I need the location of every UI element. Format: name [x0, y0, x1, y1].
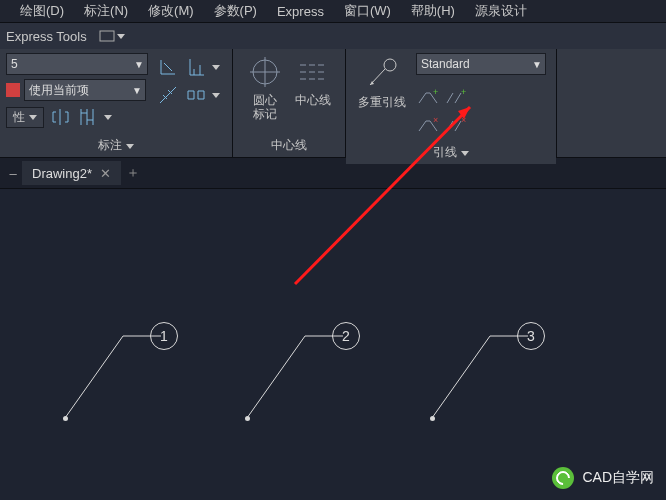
menu-help[interactable]: 帮助(H) [411, 2, 455, 20]
dim-linear-caret[interactable] [212, 65, 220, 70]
svg-rect-0 [100, 31, 114, 41]
annotation-arrow [290, 99, 480, 289]
svg-text:+: + [461, 87, 466, 97]
panel-dimension: ▼ ▼ 性 [0, 49, 233, 157]
leader-2-bubble: 2 [332, 322, 360, 350]
dim-chain-icon[interactable] [184, 83, 208, 107]
leader-1-dot [63, 416, 68, 421]
leader-1-bubble: 1 [150, 322, 178, 350]
leader-1-line [63, 326, 163, 421]
tab-strip: Express Tools [0, 23, 666, 49]
dim-align-caret[interactable] [212, 93, 220, 98]
layer-dropdown[interactable]: ▼ [24, 79, 146, 101]
dim-flyout-caret[interactable] [104, 115, 112, 120]
dim-linear-icon[interactable] [156, 55, 180, 79]
watermark: CAD自学网 [552, 467, 654, 489]
tab-scroll-left[interactable]: – [4, 166, 22, 181]
leader-2-line [245, 326, 345, 421]
drawing-canvas[interactable]: 1 2 3 CAD自学网 [0, 189, 666, 500]
menu-modify[interactable]: 修改(M) [148, 2, 194, 20]
new-tab-button[interactable]: ＋ [121, 164, 145, 182]
document-tab[interactable]: Drawing2* ✕ [22, 161, 121, 185]
leader-3-line [430, 326, 530, 421]
watermark-text: CAD自学网 [582, 469, 654, 487]
tab-extra-icon[interactable] [99, 30, 125, 42]
leader-3-bubble: 3 [517, 322, 545, 350]
document-tab-label: Drawing2* [32, 166, 92, 181]
tab-express-tools[interactable]: Express Tools [6, 29, 87, 44]
layer-swatch-icon [6, 83, 20, 97]
center-mark-button[interactable]: 圆心 标记 [241, 53, 289, 121]
menu-bar: 绘图(D) 标注(N) 修改(M) 参数(P) Express 窗口(W) 帮助… [0, 0, 666, 23]
menu-dim[interactable]: 标注(N) [84, 2, 128, 20]
close-icon[interactable]: ✕ [100, 166, 111, 181]
menu-yuanquan[interactable]: 源泉设计 [475, 2, 527, 20]
layer-input[interactable] [24, 79, 146, 101]
svg-text:+: + [433, 87, 438, 97]
dim-ordinate-icon[interactable] [184, 55, 208, 79]
menu-param[interactable]: 参数(P) [214, 2, 257, 20]
prop-label: 性 [6, 107, 44, 128]
menu-window[interactable]: 窗口(W) [344, 2, 391, 20]
dim-align-icon[interactable] [156, 83, 180, 107]
panel-title-dim[interactable]: 标注 [0, 134, 232, 157]
leader-style-input[interactable] [416, 53, 546, 75]
wechat-icon [552, 467, 574, 489]
leader-3-dot [430, 416, 435, 421]
leader-2-dot [245, 416, 250, 421]
menu-express[interactable]: Express [277, 4, 324, 19]
dim-baseline-icon[interactable] [48, 105, 72, 129]
svg-point-2 [384, 59, 396, 71]
leader-style-dropdown[interactable]: ▼ [416, 53, 546, 75]
menu-draw[interactable]: 绘图(D) [20, 2, 64, 20]
dim-style-dropdown[interactable]: ▼ [6, 53, 148, 75]
dim-continue-icon[interactable] [76, 105, 100, 129]
dim-style-input[interactable] [6, 53, 148, 75]
svg-line-7 [295, 107, 470, 284]
